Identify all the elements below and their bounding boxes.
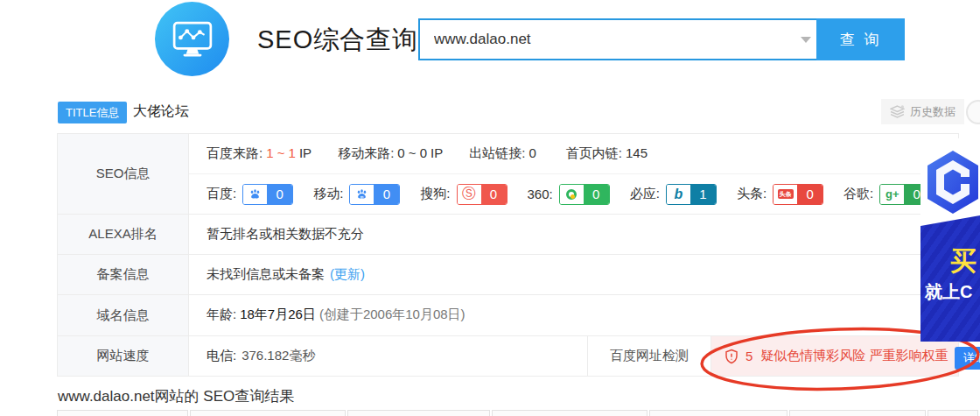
- next-table-header-cell: [789, 410, 926, 416]
- icp-update-link[interactable]: (更新): [330, 266, 365, 283]
- speed-value: 376.182毫秒: [242, 348, 315, 364]
- risk-warning[interactable]: 5 疑似色情博彩风险 严重影响权重: [710, 336, 958, 376]
- svg-text:m: m: [360, 194, 364, 199]
- engine-bing: 必应: b 1: [630, 184, 717, 205]
- ad-banner[interactable]: 买 就上C: [920, 138, 980, 342]
- next-table-header-cell: [649, 410, 788, 416]
- domain-age-label: 年龄:: [206, 307, 236, 323]
- row-label: ALEXA排名: [58, 215, 189, 254]
- ad-text-line2: 就上C: [925, 280, 972, 304]
- search-input[interactable]: [418, 18, 816, 60]
- dropdown-arrow-icon[interactable]: [801, 37, 811, 43]
- stat-baidu-traffic: 百度来路:1 ~ 1IP: [206, 145, 312, 162]
- next-table-header-cell: [492, 410, 648, 416]
- sogou-s-icon: Ⓢ: [458, 185, 481, 204]
- baidu-mobile-paw-icon: m: [350, 185, 374, 204]
- domain-created-note: (创建于2006年10月08日): [319, 307, 466, 323]
- next-table-header-cell: [347, 410, 490, 416]
- engine-toutiao: 头条: 头条 0: [737, 184, 823, 205]
- table-row-seo: SEO信息 百度来路:1 ~ 1IP 移动来路:0 ~ 0IP 出站链接:0 首…: [58, 134, 958, 215]
- table-row-speed: 网站速度 电信: 376.182毫秒 百度网址检测 5 疑似色情博彩风险 严重影…: [58, 336, 958, 377]
- ad-blue-panel: 买 就上C: [920, 215, 980, 342]
- baidu-url-check-link[interactable]: 百度网址检测: [587, 336, 710, 376]
- bing-b-icon: b: [667, 185, 690, 204]
- stat-home-inlinks: 首页内链:145: [566, 145, 651, 162]
- stat-mobile-traffic: 移动来路:0 ~ 0IP: [338, 145, 443, 162]
- row-label: SEO信息: [58, 134, 189, 214]
- next-table-header-cell: [57, 410, 188, 416]
- next-table-header-cell: [190, 410, 346, 416]
- engine-rank-line: 百度: 0 移动: m 0: [189, 174, 958, 214]
- google-plus-icon: g+: [880, 185, 904, 204]
- baidu-mobile-rank-badge[interactable]: m 0: [349, 184, 400, 205]
- history-data-button[interactable]: 历史数据: [881, 99, 964, 124]
- table-row-icp: 备案信息 未找到信息或未备案 (更新): [58, 255, 958, 295]
- table-row-domain: 域名信息 年龄: 18年7月26日 (创建于2006年10月08日): [58, 295, 958, 336]
- search-bar: 查 询: [418, 18, 905, 60]
- row-label: 备案信息: [58, 255, 189, 294]
- page-title: SEO综合查询: [257, 23, 418, 58]
- engine-baidu-mobile: 移动: m 0: [313, 184, 400, 205]
- engine-sogou: 搜狗: Ⓢ 0: [420, 184, 507, 205]
- monitor-chart-icon: [172, 20, 214, 59]
- toutiao-box-icon: 头条: [774, 185, 797, 204]
- 360-ring-icon: [560, 185, 584, 204]
- app-logo: [155, 2, 229, 76]
- seo-info-table: SEO信息 百度来路:1 ~ 1IP 移动来路:0 ~ 0IP 出站链接:0 首…: [57, 133, 959, 377]
- engine-baidu: 百度: 0: [206, 184, 293, 205]
- circle-tool-button[interactable]: [966, 100, 980, 124]
- bing-rank-badge[interactable]: b 1: [666, 184, 717, 205]
- stat-outbound-links: 出站链接:0: [469, 145, 540, 162]
- alexa-value: 暂无排名或相关数据不充分: [206, 226, 364, 243]
- next-table-header-strip: [57, 410, 980, 416]
- ad-text-line1: 买: [950, 243, 976, 279]
- site-title: 大佬论坛: [133, 102, 189, 121]
- sogou-rank-badge[interactable]: Ⓢ 0: [457, 184, 508, 205]
- shield-alert-icon: [724, 349, 739, 364]
- seo-stats-line: 百度来路:1 ~ 1IP 移动来路:0 ~ 0IP 出站链接:0 首页内链:14…: [189, 134, 958, 174]
- toutiao-rank-badge[interactable]: 头条 0: [773, 184, 823, 205]
- history-data-label: 历史数据: [910, 104, 956, 120]
- next-table-header-cell: [928, 410, 978, 416]
- risk-count: 5: [746, 349, 752, 363]
- speed-value-cell: 电信: 376.182毫秒: [189, 336, 587, 376]
- title-info-badge: TITLE信息: [58, 102, 127, 123]
- query-button[interactable]: 查 询: [816, 18, 905, 60]
- domain-age: 18年7月26日: [240, 307, 316, 323]
- 360-rank-badge[interactable]: 0: [559, 184, 610, 205]
- result-section-title: www.dalao.net网站的 SEO查询结果: [58, 386, 294, 406]
- layers-icon: [890, 105, 905, 118]
- table-row-alexa: ALEXA排名 暂无排名或相关数据不充分: [58, 215, 958, 255]
- hexagon-logo-icon: [928, 151, 978, 214]
- row-label: 域名信息: [58, 295, 189, 335]
- row-label: 网站速度: [58, 336, 189, 376]
- detail-button[interactable]: 详细: [955, 347, 980, 370]
- engine-google: 谷歌: g+ 0: [844, 184, 930, 205]
- baidu-paw-icon: [243, 185, 267, 204]
- icp-value: 未找到信息或未备案: [206, 266, 325, 283]
- risk-text: 疑似色情博彩风险 严重影响权重: [760, 348, 948, 364]
- baidu-rank-badge[interactable]: 0: [242, 184, 293, 205]
- engine-360: 360: 0: [528, 184, 610, 205]
